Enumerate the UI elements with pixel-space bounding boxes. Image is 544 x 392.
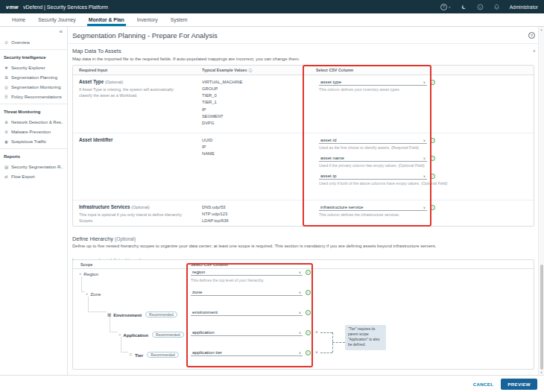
callout-line (332, 342, 345, 343)
cancel-button[interactable]: CANCEL (473, 382, 494, 387)
select-value: environment (192, 309, 218, 314)
chevron-down-icon: ∨ (299, 351, 301, 355)
csv-column-select-asset-ip[interactable]: asset ip ∨ (319, 173, 427, 180)
segmentation-planning-icon: ⊞ (4, 75, 9, 80)
report-icon: ▤ (4, 165, 9, 169)
check-circle-icon: ✓ (306, 270, 311, 275)
info-icon[interactable]: ⓘ (248, 68, 252, 72)
sidebar-item-label: Overview (11, 40, 30, 45)
chevron-down-icon: ∨ (299, 291, 301, 294)
chevron-down-icon: ∨ (423, 139, 426, 142)
network-detection-icon: ⊕ (4, 120, 9, 124)
csv-column-select-infrastructure-service[interactable]: infrastructure service ∨ (319, 204, 427, 211)
bell-icon (493, 4, 500, 10)
tab-home[interactable]: Home (10, 13, 27, 26)
scroll-down-arrow-icon[interactable]: ▾ (539, 370, 544, 374)
sidebar-divider (0, 148, 67, 149)
moon-icon (461, 4, 467, 10)
csv-column-select-asset-type[interactable]: asset type ∨ (319, 79, 427, 86)
suspicious-traffic-icon: ◉ (4, 139, 9, 144)
sidebar-group-security-intelligence: Security Intelligence (0, 52, 67, 63)
field-description: If Asset Type is missing, the system wil… (79, 86, 185, 98)
section-qualifier: (Optional) (115, 236, 136, 241)
feedback-button[interactable] (477, 4, 484, 10)
recommended-badge: Recommended (145, 312, 177, 317)
select-row: environment ∨ ✓ (191, 309, 311, 316)
environment-icon: ▦ (107, 312, 111, 317)
chevron-down-icon: ∨ (423, 206, 426, 209)
sidebar-item-overview[interactable]: ⊙ Overview (0, 37, 67, 47)
csv-column-select-zone[interactable]: zone ∨ (191, 289, 303, 296)
csv-column-select-environment[interactable]: environment ∨ (191, 309, 303, 316)
tab-system[interactable]: System (169, 13, 189, 26)
sidebar-collapse-button[interactable]: « (60, 28, 63, 37)
field-qualifier: (Optional) (105, 80, 123, 84)
table-row-infrastructure-services: Infrastructure Services (Optional) This … (73, 200, 534, 226)
hierarchy-description: Define up to five nested hierarchy scope… (72, 244, 436, 248)
column-header-required-input: Required Input (73, 66, 196, 75)
sidebar-item-segmentation-monitoring[interactable]: ◎ Segmentation Monitoring (0, 82, 67, 92)
column-header-scope: Scope (73, 260, 185, 268)
theme-toggle-button[interactable] (461, 4, 467, 10)
page-help-icon[interactable]: ? (528, 32, 535, 39)
csv-column-select-application-tier[interactable]: application tier ∨ (191, 350, 303, 356)
chevron-down-icon: ∨ (299, 311, 301, 314)
sidebar-item-security-segmentation-report[interactable]: ▤ Security Segmentation R... (0, 162, 67, 171)
scroll-up-arrow-icon[interactable]: ▴ (539, 28, 544, 31)
sidebar-item-label: Policy Recommendations (11, 95, 62, 99)
user-menu[interactable]: Administrator (510, 4, 538, 10)
example-values: VIRTUAL_MACHINE GROUP TIER_0 TIER_1 IP S… (196, 75, 310, 133)
csv-column-select-application[interactable]: application ∨ (191, 329, 303, 336)
select-row: region ∨ ✓ (191, 269, 311, 276)
check-circle-icon: ✓ (430, 174, 435, 179)
scope-label: Application (123, 332, 148, 338)
primary-nav: Home Security Journey Monitor & Plan Inv… (0, 13, 544, 27)
sidebar-item-policy-recommendations[interactable]: ☰ Policy Recommendations (0, 92, 67, 101)
sidebar-divider (0, 104, 67, 104)
check-circle-icon: ✓ (306, 330, 311, 335)
segmentation-monitoring-icon: ◎ (4, 85, 9, 89)
select-helper: Used if the primary column has empty val… (319, 163, 528, 168)
sidebar-item-suspicious-traffic[interactable]: ◉ Suspicious Traffic (0, 136, 67, 146)
application-icon: ○ (118, 332, 121, 337)
sidebar-item-malware-prevention[interactable]: ⊘ Malware Prevention (0, 127, 67, 136)
scope-row-zone: ∨ Zone (86, 291, 101, 297)
footer-action-bar: CANCEL PREVIEW (0, 375, 544, 392)
csv-column-select-asset-name[interactable]: asset name ∨ (319, 155, 427, 162)
preview-button[interactable]: PREVIEW (501, 379, 537, 390)
table-row-asset-identifier: Asset Identifier UUID IP NAME asset id ∨… (73, 133, 534, 200)
notifications-button[interactable] (493, 4, 500, 10)
chevron-down-icon[interactable]: ∨ (86, 292, 88, 296)
chevron-down-icon[interactable]: ∨ (79, 272, 81, 276)
vertical-scrollbar[interactable]: ▴ ▾ (538, 27, 544, 375)
check-circle-icon: ✓ (430, 156, 435, 161)
field-name: Asset Type (Optional) (79, 79, 190, 84)
sidebar-item-label: Security Segmentation R... (11, 165, 63, 169)
tree-connector (81, 276, 85, 292)
sidebar-item-segmentation-planning[interactable]: ⊞ Segmentation Planning (0, 72, 67, 82)
section-collapse-caret-icon[interactable]: ∧ (533, 48, 536, 53)
field-name-text: Infrastructure Services (79, 204, 130, 209)
sidebar-item-security-explorer[interactable]: ❖ Security Explorer (0, 63, 67, 72)
sidebar-item-network-detection[interactable]: ⊕ Network Detection & Res... (0, 117, 67, 127)
select-helper: This defines the top level of your hiera… (191, 278, 265, 282)
tab-inventory[interactable]: Inventory (136, 13, 159, 26)
scrollbar-thumb[interactable] (540, 265, 543, 370)
check-circle-icon: ✓ (430, 138, 435, 143)
recommended-badge: Recommended (147, 352, 179, 358)
scope-row-tier: ⚐ Tier Recommended (129, 352, 179, 358)
tree-connector (110, 317, 118, 332)
select-row: application tier ∨ ✓ (191, 350, 311, 356)
check-circle-icon: ✓ (430, 80, 435, 85)
csv-column-select-asset-id[interactable]: asset id ∨ (319, 137, 427, 144)
chevron-down-icon: ∨ (423, 157, 426, 160)
tab-security-journey[interactable]: Security Journey (37, 13, 78, 26)
tab-monitor-and-plan[interactable]: Monitor & Plan (87, 13, 126, 26)
help-menu-button[interactable]: ? ∨ (440, 4, 451, 10)
select-helper: This column defines your inventory asset… (319, 87, 528, 92)
section-description: Map data in the imported file to the req… (72, 57, 300, 61)
csv-column-select-region[interactable]: region ∨ (191, 269, 303, 276)
tier-dependency-tooltip: "Tier" requires its parent scope "Applic… (345, 325, 386, 350)
map-data-table: Required Input Typical Example Valuesⓘ S… (72, 65, 534, 227)
sidebar-item-flow-export[interactable]: ⇄ Flow Export (0, 171, 67, 181)
